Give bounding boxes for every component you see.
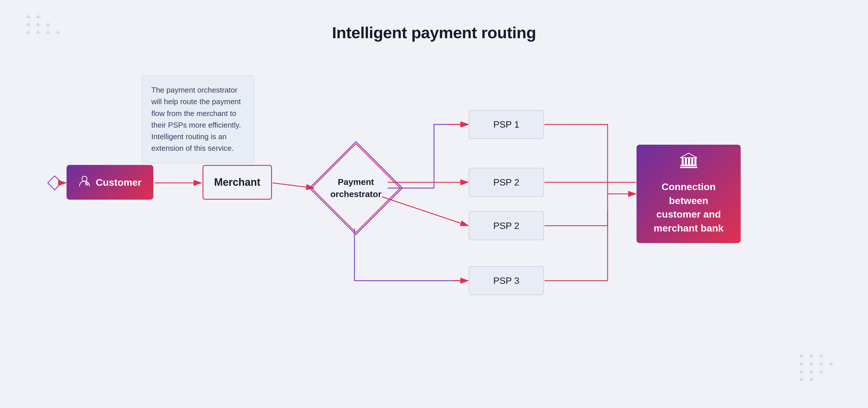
customer-box: Customer: [66, 165, 153, 200]
customer-icon: [79, 175, 91, 190]
svg-rect-20: [694, 158, 696, 165]
svg-rect-17: [685, 158, 687, 165]
psp1-box: PSP 1: [469, 110, 544, 139]
orchestrator-label: Paymentorchestrator: [331, 177, 382, 199]
bank-icon: [680, 153, 697, 174]
psp2a-box: PSP 2: [469, 168, 544, 197]
psp3-label: PSP 3: [493, 276, 519, 286]
merchant-label: Merchant: [214, 176, 260, 188]
bank-label: Connectionbetweencustomer andmerchant ba…: [648, 180, 730, 235]
bank-box: Connectionbetweencustomer andmerchant ba…: [637, 145, 741, 243]
svg-rect-16: [682, 158, 684, 165]
psp1-label: PSP 1: [493, 119, 519, 130]
svg-rect-18: [688, 158, 690, 165]
psp2a-label: PSP 2: [493, 177, 519, 188]
info-box-text: The payment orchestrator will help route…: [151, 86, 241, 153]
page-title: Intelligent payment routing: [332, 23, 536, 42]
svg-rect-19: [691, 158, 693, 165]
page-wrapper: Intelligent payment routing: [0, 0, 868, 408]
info-box: The payment orchestrator will help route…: [142, 75, 255, 163]
diagram: The payment orchestrator will help route…: [0, 58, 868, 376]
svg-rect-22: [680, 167, 697, 168]
merchant-box: Merchant: [203, 165, 272, 200]
svg-line-5: [273, 183, 314, 188]
decorative-dots-topleft: [26, 14, 60, 38]
svg-point-13: [82, 176, 87, 182]
psp2b-box: PSP 2: [469, 211, 544, 240]
svg-marker-15: [681, 153, 697, 158]
orchestrator-text: Paymentorchestrator: [331, 176, 382, 200]
customer-label: Customer: [96, 177, 142, 188]
orchestrator-diamond: Paymentorchestrator: [315, 148, 396, 229]
psp2b-label: PSP 2: [493, 220, 519, 231]
svg-rect-21: [681, 165, 697, 166]
svg-rect-2: [48, 176, 62, 190]
psp3-box: PSP 3: [469, 266, 544, 295]
